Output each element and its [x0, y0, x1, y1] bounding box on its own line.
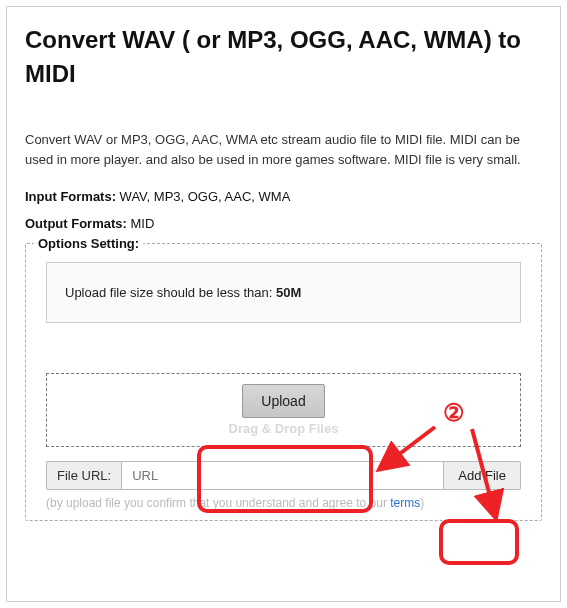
notice-value: 50M — [276, 285, 301, 300]
output-formats-line: Output Formats: MID — [25, 216, 542, 231]
terms-link[interactable]: terms — [390, 496, 420, 510]
output-formats-label: Output Formats: — [25, 216, 127, 231]
add-file-button[interactable]: Add File — [444, 461, 521, 490]
upload-disclaimer: (by upload file you confirm that you und… — [46, 496, 521, 510]
page-title: Convert WAV ( or MP3, OGG, AAC, WMA) to … — [25, 23, 542, 90]
options-inner: Upload file size should be less than: 50… — [26, 244, 541, 520]
output-formats-value: MID — [127, 216, 154, 231]
file-url-row: File URL: Add File — [46, 461, 521, 490]
options-fieldset: Options Setting: Upload file size should… — [25, 243, 542, 521]
description-text: Convert WAV or MP3, OGG, AAC, WMA etc st… — [25, 130, 542, 169]
file-dropzone[interactable]: Upload Drag & Drop Files — [46, 373, 521, 447]
input-formats-value: WAV, MP3, OGG, AAC, WMA — [116, 189, 290, 204]
input-formats-line: Input Formats: WAV, MP3, OGG, AAC, WMA — [25, 189, 542, 204]
file-url-label: File URL: — [46, 461, 121, 490]
file-url-input[interactable] — [121, 461, 444, 490]
page-container: Convert WAV ( or MP3, OGG, AAC, WMA) to … — [6, 6, 561, 602]
notice-prefix: Upload file size should be less than: — [65, 285, 276, 300]
drag-drop-text: Drag & Drop Files — [229, 421, 339, 436]
upload-size-notice: Upload file size should be less than: 50… — [46, 262, 521, 323]
upload-button[interactable]: Upload — [242, 384, 324, 418]
annotation-rect-addfile — [439, 519, 519, 565]
input-formats-label: Input Formats: — [25, 189, 116, 204]
options-legend: Options Setting: — [34, 236, 143, 251]
disclaimer-suffix: ) — [420, 496, 424, 510]
disclaimer-prefix: (by upload file you confirm that you und… — [46, 496, 390, 510]
